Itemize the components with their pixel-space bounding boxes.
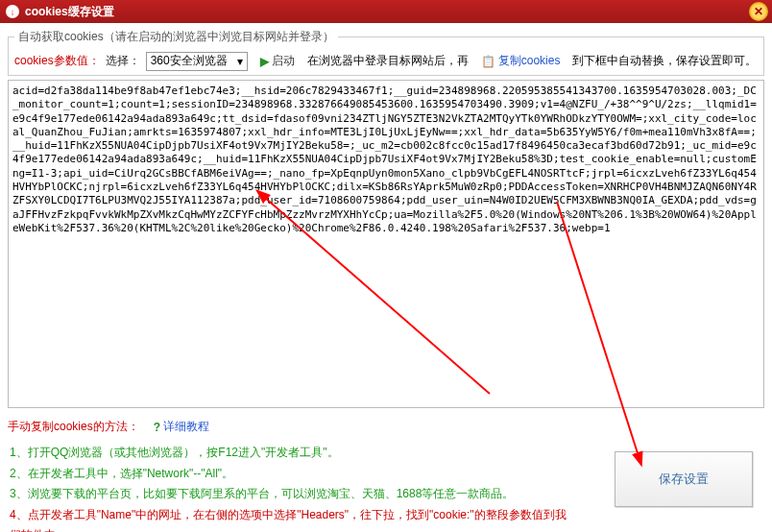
copy-cookies-button[interactable]: 📋 复制cookies xyxy=(474,51,567,71)
step-2: 2、在开发者工具中，选择"Network"--"All"。 xyxy=(10,464,574,485)
tutorial-link[interactable]: ? 详细教程 xyxy=(147,417,216,437)
browser-selected-value: 360安全浏览器 xyxy=(151,53,228,69)
copy-label: 复制cookies xyxy=(498,53,561,69)
play-icon: ▶ xyxy=(260,55,269,68)
copy-icon: 📋 xyxy=(481,55,495,68)
manual-title: 手动复制cookies的方法： xyxy=(8,419,139,435)
auto-fetch-fieldset: 自动获取cookies（请在启动的浏览器中浏览目标网站并登录） cookies参… xyxy=(8,29,764,76)
question-icon: ? xyxy=(154,421,160,434)
titlebar: ↓ cookies缓存设置 ✕ xyxy=(0,0,772,23)
save-settings-button[interactable]: 保存设置 xyxy=(615,451,753,507)
select-label: 选择： xyxy=(106,53,140,69)
tutorial-label: 详细教程 xyxy=(163,419,209,435)
start-label: 启动 xyxy=(272,53,295,69)
app-icon: ↓ xyxy=(6,5,19,18)
save-label: 保存设置 xyxy=(659,471,709,488)
hint-right: 到下框中自动替换，保存设置即可。 xyxy=(572,53,757,69)
param-label: cookies参数值： xyxy=(14,53,100,69)
start-button[interactable]: ▶ 启动 xyxy=(253,51,302,71)
browser-select[interactable]: 360安全浏览器 ▾ xyxy=(146,52,248,71)
window-title: cookies缓存设置 xyxy=(25,4,114,20)
step-3: 3、浏览要下载的平台页，比如要下载阿里系的平台，可以浏览淘宝、天猫、1688等任… xyxy=(10,484,574,505)
cookies-textarea[interactable] xyxy=(8,80,764,408)
close-button[interactable]: ✕ xyxy=(749,2,768,21)
hint-mid: 在浏览器中登录目标网站后，再 xyxy=(307,53,469,69)
manual-steps: 1、打开QQ浏览器（或其他浏览器），按F12进入"开发者工具"。 2、在开发者工… xyxy=(8,443,574,532)
step-4: 4、点开发者工具"Name"中的网址，在右侧的选项中选择"Headers"，往下… xyxy=(10,505,574,532)
fieldset-legend: 自动获取cookies（请在启动的浏览器中浏览目标网站并登录） xyxy=(14,29,338,45)
step-1: 1、打开QQ浏览器（或其他浏览器），按F12进入"开发者工具"。 xyxy=(10,443,574,464)
chevron-down-icon: ▾ xyxy=(237,55,243,68)
